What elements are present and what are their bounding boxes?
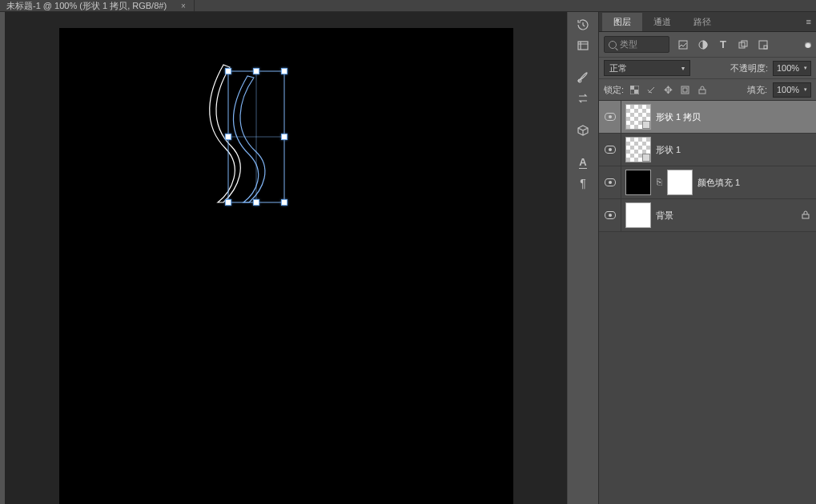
search-icon (609, 41, 617, 49)
fill-value: 100% (777, 85, 799, 94)
lock-image-icon[interactable] (646, 85, 657, 95)
chevron-down-icon: ▾ (804, 86, 807, 93)
lock-label: 锁定: (604, 84, 624, 96)
document-tab[interactable]: 未标题-1 @ 100% (形状 1 拷贝, RGB/8#) × (0, 0, 195, 11)
svg-rect-5 (679, 41, 687, 49)
layer-row[interactable]: 形状 1 (599, 134, 816, 166)
svg-rect-16 (699, 90, 705, 94)
layer-thumbnail[interactable] (625, 104, 651, 130)
eye-icon (605, 211, 616, 219)
visibility-toggle[interactable] (599, 166, 621, 198)
filter-type-input[interactable]: 类型 (604, 36, 669, 53)
svg-rect-10 (764, 46, 767, 49)
chevron-down-icon: ▾ (681, 65, 685, 72)
layers-panel: 图层 通道 路径 ≡ 类型 T 正常 ▾ (598, 12, 816, 504)
tab-channels[interactable]: 通道 (642, 13, 682, 31)
tab-layers[interactable]: 图层 (602, 13, 642, 31)
layer-row[interactable]: ⎘ 颜色填充 1 (599, 166, 816, 199)
transform-handle[interactable] (281, 199, 287, 206)
link-icon[interactable]: ⎘ (656, 177, 662, 188)
lock-position-icon[interactable]: ✥ (663, 85, 673, 95)
opacity-label: 不透明度: (730, 62, 768, 74)
history-icon[interactable] (573, 15, 593, 34)
character-icon[interactable]: A (573, 153, 593, 172)
filter-shape-icon[interactable] (738, 39, 749, 50)
filter-toggle[interactable] (805, 42, 811, 48)
canvas[interactable] (59, 28, 513, 504)
layer-name[interactable]: 颜色填充 1 (697, 177, 816, 189)
opacity-input[interactable]: 100% ▾ (773, 61, 811, 76)
visibility-toggle[interactable] (599, 134, 621, 166)
panel-menu-icon[interactable]: ≡ (802, 17, 816, 26)
layer-thumbnail[interactable] (625, 202, 651, 228)
lock-all-icon[interactable] (697, 85, 707, 95)
lock-fill-row: 锁定: ✥ 填充: 100% ▾ (599, 79, 816, 101)
transform-bounding-box[interactable] (228, 71, 284, 202)
svg-rect-14 (681, 86, 689, 94)
transform-handle[interactable] (225, 134, 231, 140)
layer-name[interactable]: 形状 1 拷贝 (656, 111, 816, 123)
transform-handle[interactable] (253, 199, 259, 206)
swap-icon[interactable] (573, 89, 593, 108)
transform-handle[interactable] (253, 68, 259, 74)
filter-text-icon[interactable]: T (718, 39, 729, 50)
document-tab-title: 未标题-1 @ 100% (形状 1 拷贝, RGB/8#) (6, 0, 167, 12)
chevron-down-icon: ▾ (804, 65, 807, 71)
canvas-area[interactable] (5, 12, 567, 504)
blend-mode-value: 正常 (609, 62, 627, 74)
lock-transparent-icon[interactable] (629, 85, 640, 95)
transform-handle[interactable] (281, 134, 287, 140)
transform-handle[interactable] (225, 68, 231, 74)
svg-rect-17 (802, 214, 809, 218)
layer-filter-row: 类型 T (599, 32, 816, 58)
filter-pixel-icon[interactable] (677, 39, 689, 50)
opacity-value: 100% (777, 63, 799, 73)
cube-icon[interactable] (573, 121, 593, 140)
layer-mask-thumbnail[interactable] (667, 170, 693, 195)
panel-tab-bar: 图层 通道 路径 ≡ (599, 12, 816, 32)
fill-input[interactable]: 100% ▾ (773, 82, 811, 98)
collapsed-panel-dock: A ¶ (567, 12, 598, 504)
layer-thumbnail[interactable] (625, 170, 651, 195)
eye-icon (605, 146, 616, 154)
tab-paths[interactable]: 路径 (682, 13, 722, 31)
filter-smartobject-icon[interactable] (758, 39, 769, 50)
brush-presets-icon[interactable] (573, 68, 593, 87)
transform-handle[interactable] (225, 199, 231, 206)
document-tab-bar: 未标题-1 @ 100% (形状 1 拷贝, RGB/8#) × (0, 0, 816, 12)
layer-row[interactable]: 形状 1 拷贝 (599, 101, 816, 134)
properties-icon[interactable] (573, 36, 593, 55)
lock-artboard-icon[interactable] (680, 85, 690, 95)
close-icon[interactable]: × (181, 2, 186, 10)
eye-icon (605, 113, 616, 121)
layer-list: 形状 1 拷贝 形状 1 ⎘ 颜色填充 1 (599, 101, 816, 504)
paragraph-icon[interactable]: ¶ (573, 174, 593, 193)
svg-point-4 (578, 79, 581, 82)
svg-rect-15 (683, 88, 687, 92)
transform-handle[interactable] (281, 68, 287, 74)
filter-adjustment-icon[interactable] (697, 39, 709, 50)
blend-opacity-row: 正常 ▾ 不透明度: 100% ▾ (599, 58, 816, 79)
fill-label: 填充: (747, 84, 767, 96)
layer-thumbnail[interactable] (625, 137, 651, 162)
filter-placeholder: 类型 (620, 38, 637, 50)
visibility-toggle[interactable] (599, 101, 621, 133)
svg-rect-9 (759, 41, 767, 49)
blend-mode-select[interactable]: 正常 ▾ (604, 60, 690, 76)
layer-name[interactable]: 背景 (656, 210, 797, 222)
svg-rect-3 (578, 42, 588, 50)
eye-icon (605, 178, 616, 186)
main-area: A ¶ 图层 通道 路径 ≡ 类型 T (0, 12, 816, 504)
svg-rect-13 (634, 90, 638, 94)
svg-rect-12 (630, 86, 634, 90)
layer-name[interactable]: 形状 1 (656, 144, 816, 156)
lock-icon (802, 210, 810, 221)
visibility-toggle[interactable] (599, 199, 621, 231)
layer-row[interactable]: 背景 (599, 199, 816, 232)
